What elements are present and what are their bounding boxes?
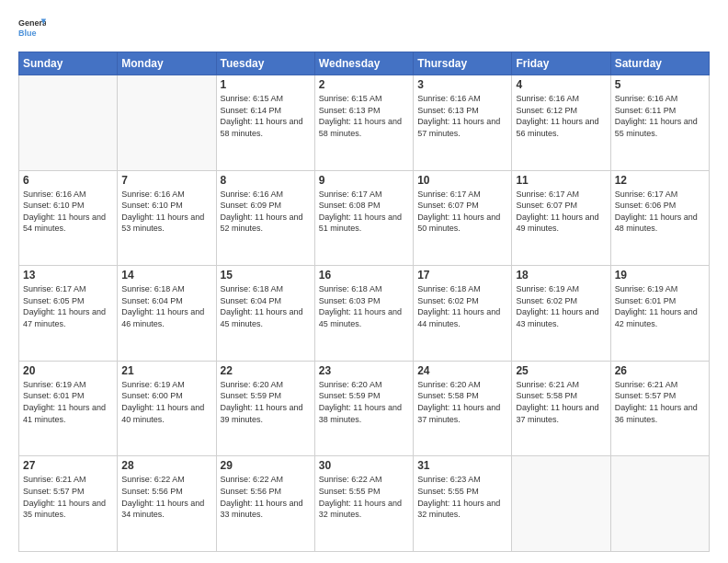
day-info: Sunrise: 6:19 AMSunset: 6:02 PMDaylight:… [516, 283, 606, 329]
calendar-day-cell: 14Sunrise: 6:18 AMSunset: 6:04 PMDayligh… [118, 266, 216, 362]
day-number: 31 [417, 459, 507, 472]
calendar-week-row: 27Sunrise: 6:21 AMSunset: 5:57 PMDayligh… [19, 456, 710, 552]
day-number: 8 [221, 174, 311, 187]
calendar-day-cell: 24Sunrise: 6:20 AMSunset: 5:58 PMDayligh… [414, 361, 512, 456]
calendar-day-cell: 6Sunrise: 6:16 AMSunset: 6:10 PMDaylight… [19, 170, 118, 266]
calendar-day-cell [118, 75, 216, 171]
calendar-day-cell: 22Sunrise: 6:20 AMSunset: 5:59 PMDayligh… [216, 361, 314, 456]
day-number: 20 [23, 364, 113, 377]
calendar-day-cell [19, 75, 118, 171]
calendar-day-cell: 26Sunrise: 6:21 AMSunset: 5:57 PMDayligh… [610, 361, 709, 456]
calendar-day-cell: 15Sunrise: 6:18 AMSunset: 6:04 PMDayligh… [216, 266, 314, 362]
day-info: Sunrise: 6:21 AMSunset: 5:57 PMDaylight:… [615, 379, 705, 425]
day-info: Sunrise: 6:20 AMSunset: 5:59 PMDaylight:… [221, 379, 311, 425]
day-of-week-header: Sunday [19, 52, 118, 75]
day-info: Sunrise: 6:19 AMSunset: 6:00 PMDaylight:… [121, 379, 211, 425]
calendar-day-cell: 3Sunrise: 6:16 AMSunset: 6:13 PMDaylight… [414, 75, 512, 171]
calendar-day-cell: 10Sunrise: 6:17 AMSunset: 6:07 PMDayligh… [414, 170, 512, 266]
day-info: Sunrise: 6:22 AMSunset: 5:56 PMDaylight:… [221, 474, 311, 520]
calendar-day-cell: 20Sunrise: 6:19 AMSunset: 6:01 PMDayligh… [19, 361, 118, 456]
calendar-day-cell: 23Sunrise: 6:20 AMSunset: 5:59 PMDayligh… [314, 361, 413, 456]
day-info: Sunrise: 6:16 AMSunset: 6:09 PMDaylight:… [221, 189, 311, 235]
calendar-day-cell: 11Sunrise: 6:17 AMSunset: 6:07 PMDayligh… [512, 170, 610, 266]
day-number: 1 [221, 78, 311, 91]
calendar-day-cell: 31Sunrise: 6:23 AMSunset: 5:55 PMDayligh… [414, 456, 512, 552]
calendar-day-cell: 2Sunrise: 6:15 AMSunset: 6:13 PMDaylight… [314, 75, 413, 171]
calendar-day-cell: 18Sunrise: 6:19 AMSunset: 6:02 PMDayligh… [512, 266, 610, 362]
day-number: 26 [615, 364, 705, 377]
day-info: Sunrise: 6:16 AMSunset: 6:11 PMDaylight:… [615, 93, 705, 139]
day-info: Sunrise: 6:17 AMSunset: 6:06 PMDaylight:… [615, 189, 705, 235]
calendar-day-cell: 4Sunrise: 6:16 AMSunset: 6:12 PMDaylight… [512, 75, 610, 171]
day-number: 9 [319, 174, 409, 187]
calendar-day-cell [610, 456, 709, 552]
day-number: 22 [221, 364, 311, 377]
day-number: 30 [319, 459, 409, 472]
day-of-week-header: Thursday [414, 52, 512, 75]
calendar-day-cell: 30Sunrise: 6:22 AMSunset: 5:55 PMDayligh… [314, 456, 413, 552]
day-info: Sunrise: 6:16 AMSunset: 6:10 PMDaylight:… [121, 189, 211, 235]
calendar-week-row: 13Sunrise: 6:17 AMSunset: 6:05 PMDayligh… [19, 266, 710, 362]
calendar-day-cell: 27Sunrise: 6:21 AMSunset: 5:57 PMDayligh… [19, 456, 118, 552]
logo-icon: GeneralBlue [18, 15, 46, 42]
calendar-day-cell: 9Sunrise: 6:17 AMSunset: 6:08 PMDaylight… [314, 170, 413, 266]
day-of-week-header: Saturday [610, 52, 709, 75]
day-number: 28 [121, 459, 211, 472]
day-info: Sunrise: 6:19 AMSunset: 6:01 PMDaylight:… [615, 283, 705, 329]
day-number: 15 [221, 269, 311, 282]
calendar-day-cell: 1Sunrise: 6:15 AMSunset: 6:14 PMDaylight… [216, 75, 314, 171]
day-info: Sunrise: 6:16 AMSunset: 6:12 PMDaylight:… [516, 93, 606, 139]
day-number: 5 [615, 78, 705, 91]
day-number: 29 [221, 459, 311, 472]
svg-text:Blue: Blue [18, 29, 37, 38]
day-info: Sunrise: 6:19 AMSunset: 6:01 PMDaylight:… [23, 379, 113, 425]
day-info: Sunrise: 6:15 AMSunset: 6:13 PMDaylight:… [319, 93, 409, 139]
calendar-day-cell: 5Sunrise: 6:16 AMSunset: 6:11 PMDaylight… [610, 75, 709, 171]
day-number: 27 [23, 459, 113, 472]
day-info: Sunrise: 6:16 AMSunset: 6:10 PMDaylight:… [23, 189, 113, 235]
day-of-week-header: Monday [118, 52, 216, 75]
day-number: 11 [516, 174, 606, 187]
calendar-week-row: 1Sunrise: 6:15 AMSunset: 6:14 PMDaylight… [19, 75, 710, 171]
day-number: 16 [319, 269, 409, 282]
page: GeneralBlue SundayMondayTuesdayWednesday… [0, 0, 728, 563]
day-number: 7 [121, 174, 211, 187]
calendar-day-cell: 29Sunrise: 6:22 AMSunset: 5:56 PMDayligh… [216, 456, 314, 552]
calendar-day-cell: 19Sunrise: 6:19 AMSunset: 6:01 PMDayligh… [610, 266, 709, 362]
day-number: 2 [319, 78, 409, 91]
day-number: 23 [319, 364, 409, 377]
day-number: 19 [615, 269, 705, 282]
day-number: 18 [516, 269, 606, 282]
day-number: 3 [417, 78, 507, 91]
day-of-week-header: Tuesday [216, 52, 314, 75]
header: GeneralBlue [18, 15, 710, 42]
day-number: 13 [23, 269, 113, 282]
day-info: Sunrise: 6:17 AMSunset: 6:08 PMDaylight:… [319, 189, 409, 235]
day-info: Sunrise: 6:17 AMSunset: 6:07 PMDaylight:… [516, 189, 606, 235]
day-info: Sunrise: 6:22 AMSunset: 5:56 PMDaylight:… [121, 474, 211, 520]
day-number: 10 [417, 174, 507, 187]
day-info: Sunrise: 6:18 AMSunset: 6:02 PMDaylight:… [417, 283, 507, 329]
day-number: 14 [121, 269, 211, 282]
day-info: Sunrise: 6:18 AMSunset: 6:03 PMDaylight:… [319, 283, 409, 329]
day-info: Sunrise: 6:20 AMSunset: 5:58 PMDaylight:… [417, 379, 507, 425]
calendar-week-row: 20Sunrise: 6:19 AMSunset: 6:01 PMDayligh… [19, 361, 710, 456]
day-number: 12 [615, 174, 705, 187]
logo: GeneralBlue [18, 15, 46, 42]
day-info: Sunrise: 6:21 AMSunset: 5:57 PMDaylight:… [23, 474, 113, 520]
calendar-day-cell [512, 456, 610, 552]
day-number: 4 [516, 78, 606, 91]
day-info: Sunrise: 6:16 AMSunset: 6:13 PMDaylight:… [417, 93, 507, 139]
calendar-week-row: 6Sunrise: 6:16 AMSunset: 6:10 PMDaylight… [19, 170, 710, 266]
day-info: Sunrise: 6:18 AMSunset: 6:04 PMDaylight:… [221, 283, 311, 329]
calendar-day-cell: 28Sunrise: 6:22 AMSunset: 5:56 PMDayligh… [118, 456, 216, 552]
calendar-day-cell: 8Sunrise: 6:16 AMSunset: 6:09 PMDaylight… [216, 170, 314, 266]
day-of-week-header: Friday [512, 52, 610, 75]
day-number: 17 [417, 269, 507, 282]
day-number: 24 [417, 364, 507, 377]
day-info: Sunrise: 6:21 AMSunset: 5:58 PMDaylight:… [516, 379, 606, 425]
calendar-day-cell: 7Sunrise: 6:16 AMSunset: 6:10 PMDaylight… [118, 170, 216, 266]
day-info: Sunrise: 6:20 AMSunset: 5:59 PMDaylight:… [319, 379, 409, 425]
calendar-day-cell: 21Sunrise: 6:19 AMSunset: 6:00 PMDayligh… [118, 361, 216, 456]
calendar-day-cell: 12Sunrise: 6:17 AMSunset: 6:06 PMDayligh… [610, 170, 709, 266]
